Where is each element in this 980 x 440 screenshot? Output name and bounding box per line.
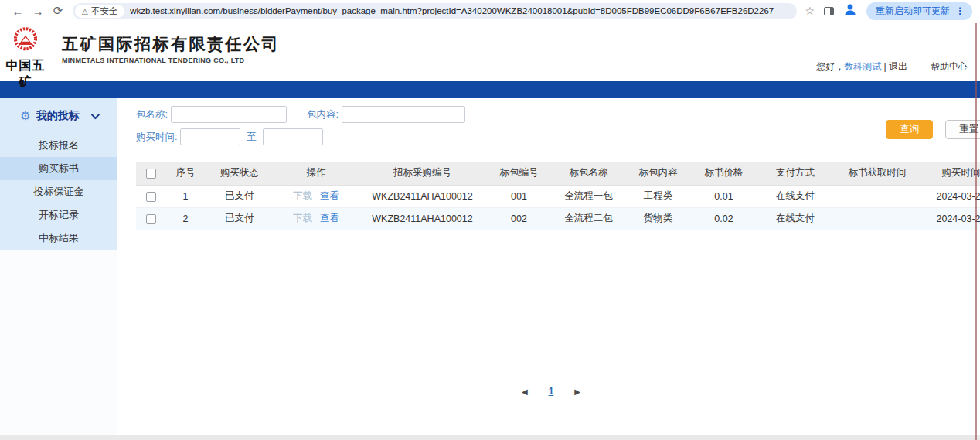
table-row: 1 已支付 下载 查看 WKZB2411AHA100012 001 全流程一包 … [136,185,980,207]
username-link[interactable]: 数科测试 [844,61,881,72]
sidebar: ⚙ 我的投标 投标报名 购买标书 投标保证金 开标记录 中标结果 [0,98,117,435]
col-seq: 序号 [165,162,206,185]
url-text: wkzb.test.xinyilian.com/business/bidderP… [130,6,774,15]
view-link[interactable]: 查看 [320,213,339,223]
browser-toolbar: ← → ⟳ △ 不安全 wkzb.test.xinyilian.com/busi… [0,0,980,22]
sidebar-item-bid-deposit[interactable]: 投标保证金 [0,180,117,203]
col-purchase-time: 购买时间 [920,162,980,185]
back-icon[interactable]: ← [8,5,28,18]
col-price: 标书价格 [691,162,757,185]
search-button[interactable]: 查询 [886,120,933,139]
row-checkbox[interactable] [146,214,156,224]
menu-dots-icon[interactable]: ⋮ [955,5,965,17]
next-page-icon[interactable]: ▶ [574,387,580,396]
forward-icon[interactable]: → [28,5,48,18]
row-checkbox[interactable] [146,192,156,202]
cell-package-content: 工程类 [625,185,691,207]
cell-package-no: 001 [486,185,552,207]
cell-package-name: 全流程二包 [552,207,625,230]
logout-link[interactable]: 退出 [889,61,907,72]
cell-package-no: 002 [486,207,552,230]
col-package-name: 标包名称 [552,162,625,185]
update-label: 重新启动即可更新 [876,5,950,18]
address-bar[interactable]: △ 不安全 wkzb.test.xinyilian.com/business/b… [73,3,797,19]
side-panel-icon[interactable] [824,7,834,15]
window-right-edge [975,23,977,440]
cell-status: 已支付 [206,185,274,207]
cell-package-name: 全流程一包 [552,185,625,207]
cell-payment: 在线支付 [757,207,834,230]
purchase-time-end-input[interactable] [263,128,323,145]
security-label: 不安全 [91,5,118,17]
download-link[interactable]: 下载 [293,213,312,223]
help-center-link[interactable]: 帮助中心 [931,60,968,73]
package-content-input[interactable] [342,106,465,123]
app-header: 中国五矿 五矿国际招标有限责任公司 MINMETALS INTERNATIONA… [0,22,980,81]
profile-avatar[interactable] [843,2,857,19]
prev-page-icon[interactable]: ◀ [522,387,528,396]
col-actions: 操作 [274,162,359,185]
cell-payment: 在线支付 [757,185,834,207]
cell-package-content: 货物类 [625,207,691,230]
col-package-no: 标包编号 [486,162,552,185]
cell-price: 0.01 [691,185,757,207]
sidebar-item-award-results[interactable]: 中标结果 [0,227,117,250]
package-content-label: 包内容: [307,108,339,121]
col-status: 购买状态 [206,162,274,185]
cell-status: 已支付 [206,207,274,230]
chrome-update-button[interactable]: 重新启动即可更新 ⋮ [866,2,972,20]
main-content: 包名称: 包内容: 购买时间: 至 查询 重置 [117,98,980,435]
table-row: 2 已支付 下载 查看 WKZB2411AHA100012 002 全流程二包 … [136,207,980,230]
gear-icon: ⚙ [20,109,30,123]
warning-icon: △ [82,7,88,15]
cell-purchase-time: 2024-03-29 [920,185,980,207]
bookmark-star-icon[interactable]: ☆ [805,5,815,17]
sidebar-item-bid-registration[interactable]: 投标报名 [0,134,117,157]
avatar-icon [843,2,857,16]
primary-navbar [0,81,980,98]
purchase-time-label: 购买时间: [136,131,177,144]
minmetals-logo-icon [12,26,39,54]
cell-price: 0.02 [691,207,757,230]
filter-form: 包名称: 包内容: 购买时间: 至 查询 重置 [136,106,980,154]
cell-tender-no: WKZB2411AHA100012 [359,207,486,230]
greeting-text: 您好， [816,61,844,72]
page-number[interactable]: 1 [549,386,554,397]
company-name-cn: 五矿国际招标有限责任公司 [62,33,280,55]
to-label: 至 [247,131,257,144]
cell-purchase-time: 2024-03-29 [920,207,980,230]
col-obtain-time: 标书获取时间 [834,162,920,185]
cell-tender-no: WKZB2411AHA100012 [359,185,486,207]
pagination: ◀ 1 ▶ [136,386,966,397]
user-greeting: 您好，数科测试 | 退出 [816,60,907,73]
sidebar-item-opening-records[interactable]: 开标记录 [0,203,117,227]
cell-seq: 2 [165,207,206,230]
sidebar-item-buy-documents[interactable]: 购买标书 [0,157,117,180]
package-name-label: 包名称: [136,108,168,121]
logo-text: 中国五矿 [0,58,51,90]
bottom-edge [0,435,980,440]
view-link[interactable]: 查看 [320,190,339,201]
chevron-down-icon [90,111,99,119]
col-package-content: 标包内容 [625,162,691,185]
table-header-row: 序号 购买状态 操作 招标采购编号 标包编号 标包名称 标包内容 标书价格 支付… [136,162,980,185]
select-all-checkbox[interactable] [146,169,156,179]
download-link[interactable]: 下载 [293,190,312,201]
cell-obtain-time [834,207,920,230]
purchase-time-start-input[interactable] [180,128,240,145]
company-name-en: MINMETALS INTERNATIONAL TENDERING CO., L… [62,56,280,64]
separator: | [884,61,886,72]
cell-seq: 1 [165,185,206,207]
reload-icon[interactable]: ⟳ [48,4,68,18]
package-name-input[interactable] [171,106,287,123]
security-chip[interactable]: △ 不安全 [75,5,124,18]
brand-logo: 中国五矿 [0,22,51,81]
sidebar-title-label: 我的投标 [36,109,80,123]
purchases-table: 序号 购买状态 操作 招标采购编号 标包编号 标包名称 标包内容 标书价格 支付… [136,162,980,230]
col-payment: 支付方式 [757,162,834,185]
col-tender-no: 招标采购编号 [359,162,486,185]
sidebar-title-my-bids[interactable]: ⚙ 我的投标 [0,98,117,134]
cell-obtain-time [834,185,920,207]
